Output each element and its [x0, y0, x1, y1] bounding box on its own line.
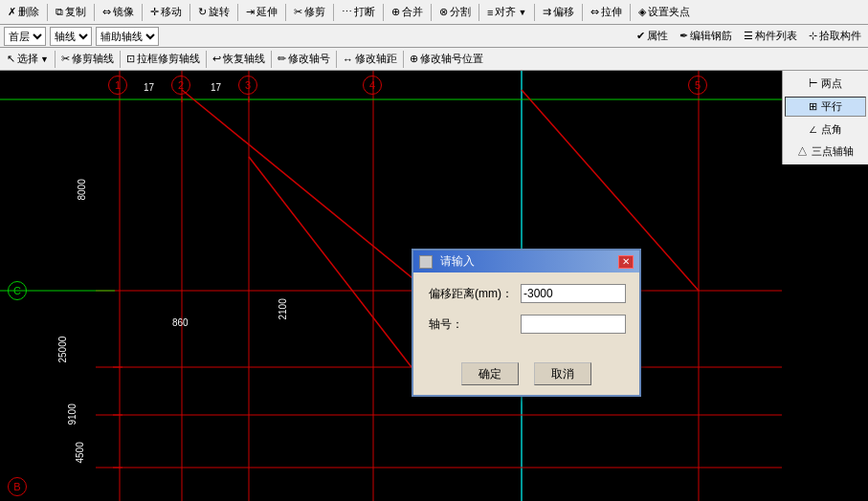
dialog-overlay: 请输入 ✕ 偏移距离(mm)： 轴号： 确定 取消 — [0, 0, 782, 430]
right-toolbar: ⊢ 两点 ⊞ 平行 ∠ 点角 △ 三点辅轴 — [782, 71, 868, 164]
axisno-label: 轴号： — [429, 316, 515, 333]
twopoint-button[interactable]: ⊢ 两点 — [785, 75, 866, 93]
axisno-input[interactable] — [521, 315, 626, 334]
axisno-field-row: 轴号： — [429, 315, 624, 334]
dialog-title-icon — [419, 255, 433, 269]
pick-comp-button[interactable]: ⊹ 拾取构件 — [806, 28, 864, 44]
input-dialog: 请输入 ✕ 偏移距离(mm)： 轴号： 确定 取消 — [412, 249, 641, 397]
threepoint-button[interactable]: △ 三点辅轴 — [785, 142, 866, 161]
dialog-buttons: 确定 取消 — [413, 357, 639, 395]
offset-label: 偏移距离(mm)： — [429, 286, 515, 302]
dialog-close-button[interactable]: ✕ — [618, 255, 634, 269]
offset-field-row: 偏移距离(mm)： — [429, 284, 624, 303]
pointangle-button[interactable]: ∠ 点角 — [785, 120, 866, 139]
parallel-icon: ⊞ — [809, 100, 817, 112]
dialog-title-text: 请输入 — [440, 253, 475, 270]
axis-label-B: B — [8, 477, 27, 496]
twopoint-icon: ⊢ — [809, 77, 818, 89]
ok-button[interactable]: 确定 — [461, 362, 519, 385]
threepoint-icon: △ — [797, 145, 808, 157]
pointangle-icon: ∠ — [809, 123, 817, 135]
dim-4500: 4500 — [75, 442, 85, 463]
pick-comp-icon: ⊹ — [809, 30, 817, 42]
cancel-button[interactable]: 取消 — [534, 362, 591, 385]
dialog-body: 偏移距离(mm)： 轴号： — [413, 272, 639, 357]
offset-input[interactable] — [521, 284, 626, 303]
dialog-title-bar[interactable]: 请输入 ✕ — [413, 250, 639, 272]
parallel-button[interactable]: ⊞ 平行 — [785, 97, 866, 117]
